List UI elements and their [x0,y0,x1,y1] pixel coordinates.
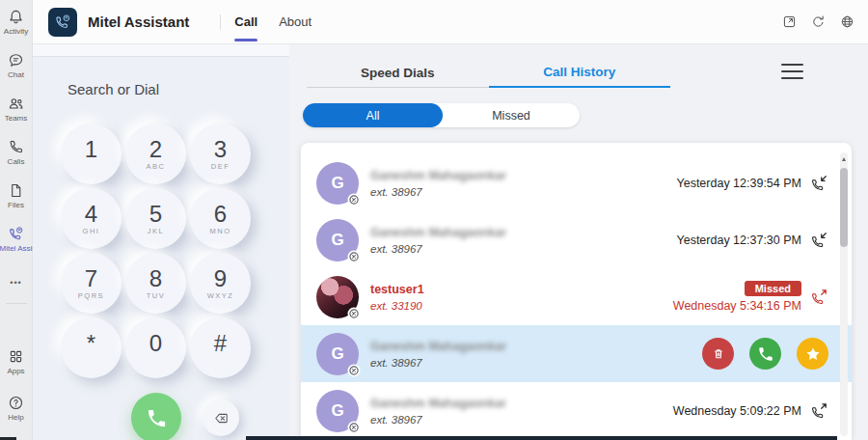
mitel-logo-icon [53,13,72,32]
incoming-call-icon [809,231,828,250]
tab-speed-dials[interactable]: Speed Dials [307,58,489,88]
scrollbar-up-icon[interactable] [842,157,846,161]
dialpad-key-3[interactable]: 3 DEF [190,124,251,184]
sidebar-item-teams[interactable]: Teams [0,95,33,138]
file-icon [7,181,25,200]
sidebar-item-more[interactable] [0,268,33,293]
call-history-card: G Ganeshm Mahagaonkar ext. 38967 Yesterd… [301,143,852,440]
presence-offline-icon [347,364,361,377]
scrollbar-track[interactable] [840,152,848,436]
app-title: Mitel Assistant [88,14,189,30]
more-icon [10,272,21,289]
phone-icon [7,138,25,156]
dialpad-key-9[interactable]: 9 WXYZ [190,253,251,314]
tab-about[interactable]: About [279,0,312,44]
sidebar-item-activity[interactable]: Activity [0,8,33,51]
rail-divider [6,303,27,304]
app-window: Activity Chat Teams Calls Files Mitel As… [0,0,868,440]
call-history-row[interactable]: G Ganeshm Mahagaonkar ext. 38967 Yesterd… [301,154,852,211]
help-icon [7,394,25,412]
contact-name: Ganeshm Mahagaonkar [370,169,506,182]
dialpad-key-2[interactable]: 2 ABC [125,124,186,184]
tab-about-label: About [279,14,312,29]
sidebar-item-mitel-assistant[interactable]: Mitel Assist... [0,225,33,268]
call-history-row-selected[interactable]: G Ganeshm Mahagaonkar ext. 38967 [301,325,852,382]
missed-call-icon [809,288,828,307]
call-timestamp: Yesterday 12:39:54 PM [677,177,802,190]
call-back-button[interactable] [749,338,781,370]
globe-icon[interactable] [839,14,855,30]
call-history-row-missed[interactable]: testuser1 ext. 33190 Missed Wednesday 5:… [301,268,852,325]
avatar: G [316,219,359,261]
star-icon [803,344,823,364]
dialpad-key-8[interactable]: 8 TUV [125,253,186,314]
sidebar-item-label: Files [0,201,33,209]
dialpad-key-hash[interactable]: # [190,317,251,378]
dialpad-key-0[interactable]: 0 [125,317,186,378]
backspace-button[interactable] [203,399,239,436]
history-panel: Speed Dials Call History All Missed G Ga… [289,44,868,440]
incoming-call-icon [809,174,828,193]
sidebar-item-apps[interactable]: Apps [0,347,33,391]
sidebar-item-label: Help [0,413,33,422]
phone-bubble-icon [7,225,25,243]
backspace-icon [212,409,231,427]
sidebar-item-chat[interactable]: Chat [0,51,33,95]
bell-icon [7,8,25,26]
dial-call-button[interactable] [131,393,181,440]
favorite-button[interactable] [797,338,828,370]
sidebar-item-label: Mitel Assist... [0,244,33,253]
sidebar-item-calls[interactable]: Calls [0,138,33,181]
contact-name: testuser1 [370,283,424,296]
apps-grid-icon [7,347,25,366]
app-header: Mitel Assistant Call About [33,0,868,44]
scrollbar-thumb[interactable] [840,168,848,247]
sidebar-item-label: Teams [0,114,33,123]
dialpad-key-7[interactable]: 7 PQRS [61,253,122,314]
phone-icon [146,407,168,429]
avatar: G [316,333,359,375]
dialpad-key-5[interactable]: 5 JKL [125,188,186,249]
avatar: G [316,390,359,432]
filter-missed[interactable]: Missed [443,103,580,127]
search-or-dial-input[interactable] [68,81,270,97]
delete-call-button[interactable] [702,338,734,370]
dialpad-key-1[interactable]: 1 [61,124,122,184]
call-history-row[interactable]: G Ganeshm Mahagaonkar ext. 38967 Wednesd… [301,382,852,439]
people-icon [7,95,25,113]
sidebar-item-label: Calls [0,157,33,166]
taskbar-edge [246,436,837,440]
contact-extension: ext. 38967 [370,414,506,426]
chat-icon [7,51,25,69]
filter-toggle: All Missed [303,103,580,127]
sidebar-item-files[interactable]: Files [0,181,33,225]
contact-extension: ext. 38967 [370,357,506,369]
phone-icon [757,345,774,363]
call-history-row[interactable]: G Ganeshm Mahagaonkar ext. 38967 Yesterd… [301,211,852,268]
filter-all[interactable]: All [303,103,443,127]
menu-icon[interactable] [781,64,803,79]
app-rail: Activity Chat Teams Calls Files Mitel As… [0,0,33,440]
dialpad-key-6[interactable]: 6 MNO [190,188,251,249]
header-divider [220,14,221,30]
dialpad-key-star[interactable]: * [61,317,122,378]
presence-offline-icon [347,193,361,206]
outgoing-call-icon [809,401,828,421]
presence-offline-icon [347,307,361,320]
missed-badge: Missed [745,281,801,296]
dialer-panel: 1 2 ABC 3 DEF 4 GHI 5 JKL 6 MNO [33,44,289,440]
sidebar-item-label: Chat [0,70,33,79]
popout-icon[interactable] [781,14,798,30]
refresh-icon[interactable] [810,14,827,30]
trash-icon [710,345,727,363]
tab-call-history[interactable]: Call History [489,58,671,88]
dialpad-key-4[interactable]: 4 GHI [61,188,122,249]
sidebar-item-help[interactable]: Help [0,394,33,437]
tab-call-label: Call [234,14,258,29]
tab-call[interactable]: Call [234,0,258,44]
presence-offline-icon [347,421,361,434]
contact-name: Ganeshm Mahagaonkar [370,226,506,239]
call-timestamp: Wednesday 5:34:16 PM [673,299,801,313]
avatar: G [316,162,359,205]
contact-extension: ext. 33190 [370,300,424,312]
